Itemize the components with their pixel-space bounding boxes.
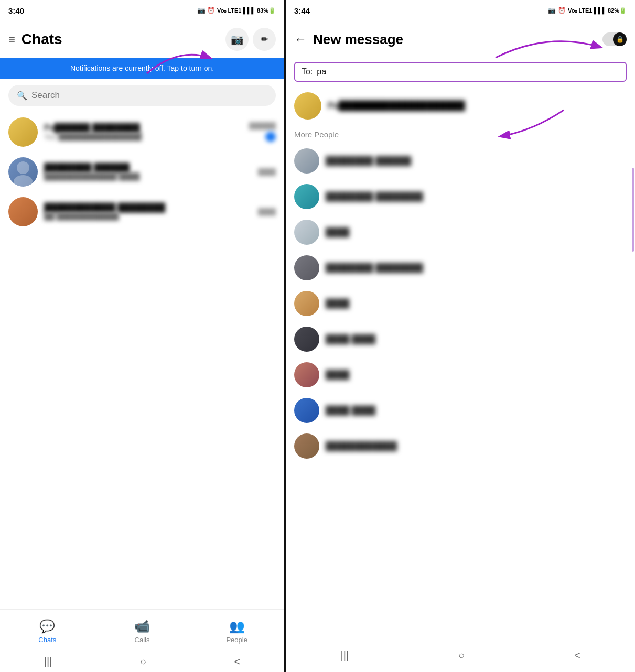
- nav-item-calls[interactable]: 📹 Calls: [95, 615, 190, 648]
- chat-preview: You ████████████████: [44, 133, 243, 141]
- search-icon: 🔍: [17, 91, 27, 101]
- chat-name: Pa██████ ████████: [44, 123, 243, 133]
- avatar: [8, 157, 38, 187]
- chats-nav-label: Chats: [38, 636, 56, 644]
- bottom-nav-items: 💬 Chats 📹 Calls 👥 People: [0, 610, 284, 653]
- right-panel: 3:44 📷 ⏰ Vo₀ LTE1 ▌▌▌ 82%🔋 ← New message…: [286, 0, 635, 672]
- chat-name: ████████ ██████: [44, 163, 252, 172]
- chat-preview: ██████████████ ████: [44, 172, 252, 181]
- left-panel: 3:40 📷 ⏰ Vo₀ LTE1 ▌▌▌ 83%🔋 ≡ Chats 📷 ✏ N…: [0, 0, 286, 672]
- svg-point-0: [17, 161, 29, 174]
- people-nav-label: People: [226, 636, 247, 644]
- back-icon-r: <: [574, 649, 580, 662]
- recents-icon-r: |||: [340, 649, 349, 662]
- list-item[interactable]: ████████ ████████: [286, 179, 635, 214]
- signal-icons: Vo₀ LTE1 ▌▌▌ 83%🔋: [217, 7, 276, 14]
- unread-badge: [265, 132, 276, 142]
- person-silhouette-icon: [8, 157, 38, 187]
- chat-meta: ████: [258, 208, 276, 215]
- chat-time: ████: [258, 208, 276, 215]
- list-item[interactable]: ████: [286, 357, 635, 393]
- avatar: [8, 197, 38, 226]
- person-name: ████████ ████████: [326, 192, 423, 201]
- contact-result[interactable]: Pa████████████████████: [286, 86, 635, 126]
- back-button[interactable]: ←: [294, 32, 307, 47]
- list-item[interactable]: ████████ ██████: [286, 143, 635, 179]
- people-list: ████████ ██████ ████████ ████████ ████ █…: [286, 143, 635, 641]
- calls-nav-label: Calls: [135, 636, 150, 644]
- status-bar-right: 3:44 📷 ⏰ Vo₀ LTE1 ▌▌▌ 82%🔋: [286, 0, 635, 21]
- bottom-nav-left: 💬 Chats 📹 Calls 👥 People ||| ○ <: [0, 609, 284, 672]
- status-icons-right: 📷 ⏰ Vo₀ LTE1 ▌▌▌ 82%🔋: [548, 7, 627, 14]
- camera-icon: 📷: [231, 33, 244, 46]
- alarm-status-icon: ⏰: [207, 7, 215, 14]
- page-title-left: Chats: [21, 31, 221, 48]
- header-right: ← New message 🔒: [286, 21, 635, 58]
- header-left: ≡ Chats 📷 ✏: [0, 21, 284, 58]
- nav-item-chats[interactable]: 💬 Chats: [0, 615, 95, 648]
- list-item[interactable]: ████ ████: [286, 393, 635, 428]
- status-bar-left: 3:40 📷 ⏰ Vo₀ LTE1 ▌▌▌ 83%🔋: [0, 0, 284, 21]
- search-input[interactable]: [31, 90, 267, 101]
- menu-icon[interactable]: ≡: [8, 32, 15, 46]
- person-name: ████ ████: [326, 406, 375, 415]
- chat-item[interactable]: Pa██████ ████████ You ████████████████ █…: [0, 112, 284, 152]
- search-bar[interactable]: 🔍: [8, 85, 276, 106]
- more-people-label: More People: [286, 126, 635, 143]
- person-name: ████: [326, 299, 349, 308]
- chat-time: ████: [258, 168, 276, 176]
- list-item[interactable]: ████: [286, 286, 635, 321]
- system-bar-left: ||| ○ <: [0, 653, 284, 672]
- lock-icon: 🔒: [613, 32, 627, 46]
- camera-status-icon: 📷: [197, 7, 205, 14]
- chat-item[interactable]: ████████ ██████ ██████████████ ████ ████: [0, 152, 284, 192]
- pencil-icon: ✏: [261, 34, 268, 45]
- person-avatar: [294, 220, 319, 245]
- chat-name: ████████████ ████████: [44, 203, 252, 212]
- chat-time: ██████: [249, 122, 276, 129]
- person-avatar: [294, 255, 319, 280]
- scroll-indicator: [632, 168, 634, 252]
- calls-nav-icon: 📹: [134, 619, 150, 634]
- list-item[interactable]: ████████████: [286, 428, 635, 464]
- people-nav-icon: 👥: [229, 619, 245, 634]
- chat-info: Pa██████ ████████ You ████████████████: [44, 123, 243, 141]
- bottom-nav-right: ||| ○ <: [286, 641, 635, 672]
- chat-info: ████████ ██████ ██████████████ ████: [44, 163, 252, 181]
- secret-toggle-container: 🔒: [602, 32, 627, 46]
- list-item[interactable]: ████████ ████████: [286, 250, 635, 286]
- recipient-input[interactable]: [317, 67, 619, 77]
- person-name: ████: [326, 227, 349, 237]
- person-avatar: [294, 433, 319, 459]
- person-avatar: [294, 184, 319, 209]
- chat-meta: ████: [258, 168, 276, 176]
- chat-preview: ██ ████████████: [44, 212, 252, 221]
- nav-item-people[interactable]: 👥 People: [189, 615, 284, 648]
- chat-meta: ██████: [249, 122, 276, 142]
- camera-status-icon-r: 📷: [548, 7, 556, 14]
- time-left: 3:40: [8, 6, 24, 15]
- contact-avatar: [294, 92, 321, 120]
- camera-button[interactable]: 📷: [225, 28, 249, 51]
- back-icon: <: [234, 656, 241, 668]
- chat-item[interactable]: ████████████ ████████ ██ ████████████ ██…: [0, 192, 284, 232]
- list-item[interactable]: ████ ████: [286, 321, 635, 357]
- list-item[interactable]: ████: [286, 214, 635, 250]
- secret-toggle[interactable]: 🔒: [602, 32, 627, 46]
- time-right: 3:44: [294, 6, 310, 15]
- person-name: ████████ ████████: [326, 263, 423, 273]
- person-avatar: [294, 291, 319, 316]
- status-icons-left: 📷 ⏰ Vo₀ LTE1 ▌▌▌ 83%🔋: [197, 7, 276, 14]
- person-avatar: [294, 398, 319, 423]
- person-avatar: [294, 362, 319, 387]
- person-name: ████████████: [326, 441, 397, 451]
- edit-button[interactable]: ✏: [253, 28, 276, 51]
- home-icon-r: ○: [458, 649, 465, 662]
- to-field[interactable]: To:: [294, 62, 627, 82]
- svg-point-1: [14, 175, 33, 187]
- notification-text: Notifications are currently off. Tap to …: [70, 64, 214, 72]
- chats-nav-icon: 💬: [39, 619, 55, 634]
- alarm-status-icon-r: ⏰: [558, 7, 566, 14]
- chat-info: ████████████ ████████ ██ ████████████: [44, 203, 252, 221]
- notification-banner[interactable]: Notifications are currently off. Tap to …: [0, 58, 284, 79]
